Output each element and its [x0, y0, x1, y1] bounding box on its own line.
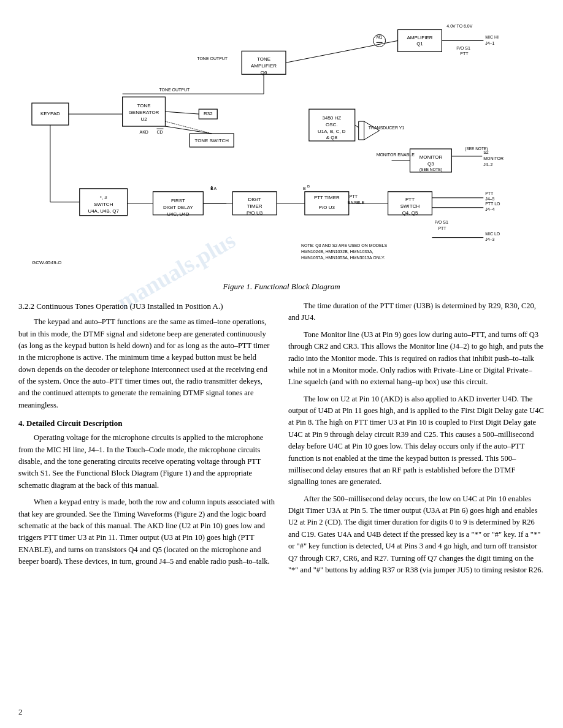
svg-line-31 [286, 40, 398, 63]
ptt-out-label: PTT [485, 191, 494, 195]
first-digit-label2: DIGIT DELAY [163, 205, 194, 210]
j4-5-label: J4–5 [485, 197, 494, 201]
ptt-switch-label2: SWITCH [400, 203, 420, 209]
right-para-1: The time duration of the PTT timer (U3B)… [288, 300, 545, 324]
mic-lo-label: MIC LO [485, 232, 500, 236]
block-diagram: KEYPAD TONE GENERATOR U2 AKD CD TONE SWI… [18, 11, 545, 275]
mic-hi-label: MIC HI [485, 35, 499, 39]
s2-label: S2 [483, 150, 489, 154]
svg-marker-11 [364, 121, 380, 140]
right-column: The time duration of the PTT timer (U3B)… [288, 300, 545, 581]
m1-label: M1 [377, 35, 383, 39]
note-line2: HMN1024B, HMN1032B, HMN1033A, [301, 249, 373, 254]
svg-line-27 [165, 112, 199, 114]
tone-gen-label3: U2 [140, 116, 147, 122]
tone-switch-label: TONE SWITCH [194, 138, 229, 143]
digit-timer-label: DIGIT [248, 197, 261, 202]
note-line1: NOTE: Q3 AND S2 ARE USED ON MODELS [301, 243, 388, 248]
ptt-lo-label: PTT LO [485, 202, 500, 206]
right-para-3: The low on U2 at Pin 10 (AKD) is also ap… [288, 393, 545, 488]
figure-caption: Figure 1. Functional Block Diagram [18, 282, 545, 292]
ptt-timer-label2: P/O U3 [319, 205, 335, 210]
tone-output-top: TONE OUTPUT [197, 56, 228, 61]
ptt-enable-label2: ENABLE [348, 200, 365, 205]
ptt-switch-label3: Q4, Q5 [402, 210, 418, 216]
amp-label: AMPLIFIER [407, 35, 432, 40]
para-4-2: When a keypad entry is made, both the ro… [18, 496, 275, 567]
monitor-enable-label: MONITOR ENABLE [377, 153, 415, 157]
osc-label4: & Q8 [326, 135, 338, 140]
svg-rect-7 [398, 29, 442, 51]
tone-gen-label: TONE [137, 103, 151, 108]
left-column: 3.2.2 Continuous Tones Operation (JU3 In… [18, 300, 275, 581]
voltage-label: 4.0V TO 6.0V [446, 24, 472, 28]
see-note2-label: (SEE NOTE) [465, 146, 488, 151]
star-hash-label2: SWITCH [94, 202, 113, 207]
monitor-q3-label: MONITOR [419, 154, 443, 160]
ptt-switch-label: PTT [405, 197, 415, 202]
amp-label2: Q1 [416, 41, 423, 47]
para-3-2-2-1: The keypad and auto–PTT functions are th… [18, 316, 275, 411]
see-note-label: (SEE NOTE) [419, 167, 442, 172]
tone-gen-label2: GENERATOR [129, 110, 159, 115]
ptt-label-top: PTT [460, 51, 469, 56]
note-line3: HMN1037A, HMN1053A, HMN3013A ONLY. [301, 256, 385, 260]
cd-label: CD [156, 130, 163, 134]
digit-timer-label2: TIMER [247, 203, 262, 209]
r32-label: R32 [204, 111, 213, 116]
first-digit-label: FIRST [171, 198, 185, 203]
ba-label: B̄A [210, 186, 216, 191]
diagram-area: KEYPAD TONE GENERATOR U2 AKD CD TONE SWI… [18, 11, 545, 277]
ptt-timer-label: PTT TIMER [314, 195, 340, 200]
gcw-label: GCW-6549-O [32, 260, 62, 265]
star-hash-label3: U4A, U4B, Q7 [88, 208, 119, 214]
section-3-2-2-heading: 3.2.2 Continuous Tones Operation (JU3 In… [18, 300, 275, 313]
page-number: 2 [18, 707, 23, 717]
akd-label: AKD [140, 130, 148, 134]
j4-4-label: J4–4 [485, 207, 494, 211]
section-4-heading: 4. Detailed Circuit Description [18, 417, 275, 430]
right-para-4: After the 500–millisecond delay occurs, … [288, 493, 545, 577]
po-s1-label: P/O S1 [456, 46, 470, 50]
ptt-enable-label: PTT [350, 194, 358, 199]
j4-3-label: J4–3 [485, 237, 494, 241]
bb-sub: B [307, 184, 310, 188]
monitor-q3-label2: Q3 [427, 161, 434, 167]
star-hash-label: *, # [100, 195, 108, 200]
osc-label3: U1A, B, C, D [318, 129, 346, 134]
digit-timer-label3: P/O U3 [247, 210, 263, 216]
tone-amp-label: TONE [257, 56, 270, 62]
monitor-j4-2-label: MONITOR [483, 156, 504, 161]
osc-label2: OSC. [326, 122, 337, 127]
j4-1-label: J4–1 [485, 41, 494, 45]
svg-line-33 [355, 125, 359, 127]
keypad-label: KEYPAD [40, 111, 60, 116]
first-digit-label3: U4C, U4D [167, 211, 190, 217]
para-4-1: Operating voltage for the microphone cir… [18, 432, 275, 491]
osc-label: 3450 HZ [323, 115, 342, 121]
content-columns: 3.2.2 Continuous Tones Operation (JU3 In… [18, 300, 545, 581]
ptt-bot-label: PTT [438, 226, 446, 230]
bb-label: B [303, 186, 306, 191]
right-para-2: Tone Monitor line (U3 at Pin 9) goes low… [288, 329, 545, 389]
j4-2-label: J4–2 [483, 162, 492, 167]
tone-amp-label2: AMPLIFIER [251, 63, 277, 69]
tone-output-label: TONE OUTPUT [159, 88, 190, 92]
po-s1-bot-label: P/O S1 [434, 220, 448, 224]
transducer-label: TRANSDUCER Y1 [369, 126, 405, 130]
